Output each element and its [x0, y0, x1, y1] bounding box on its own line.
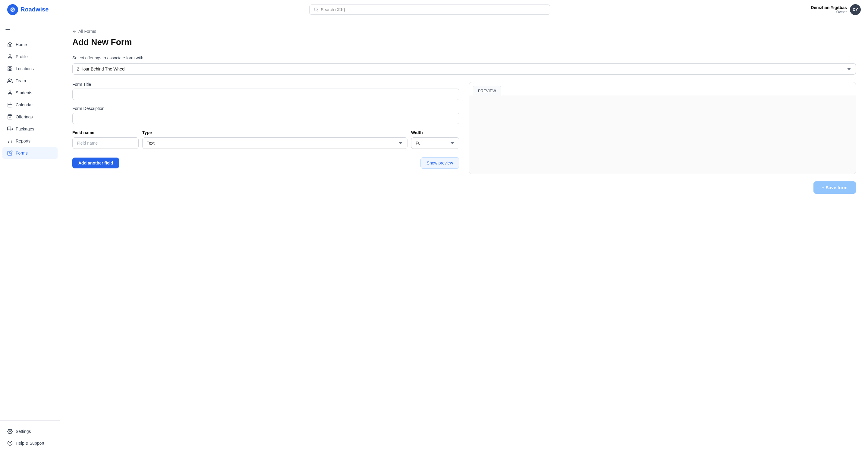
sidebar-label-settings: Settings — [16, 429, 31, 434]
sidebar-item-help[interactable]: Help & Support — [2, 437, 58, 449]
preview-panel: PREVIEW — [469, 82, 856, 174]
svg-point-5 — [9, 55, 11, 56]
sidebar-label-home: Home — [16, 42, 27, 47]
field-width-header: Width — [411, 130, 459, 135]
sidebar-label-calendar: Calendar — [16, 102, 33, 107]
roadwise-logo-svg — [10, 7, 16, 13]
sidebar-bottom: Settings Help & Support — [0, 420, 60, 449]
home-icon — [7, 42, 13, 47]
sidebar-item-reports[interactable]: Reports — [2, 135, 58, 147]
show-preview-button[interactable]: Show preview — [421, 157, 459, 169]
svg-point-19 — [11, 130, 12, 131]
form-title-field: Form Title — [72, 82, 459, 100]
back-link[interactable]: All Forms — [72, 29, 856, 34]
svg-rect-17 — [7, 127, 11, 130]
svg-point-18 — [8, 130, 9, 131]
packages-icon — [7, 126, 13, 132]
user-role: Owner — [811, 10, 847, 14]
user-info: Denizhan Yigitbas Owner DY — [811, 4, 861, 15]
sidebar-label-locations: Locations — [16, 66, 34, 71]
form-left: Form Title Form Description Field name T… — [72, 82, 459, 174]
settings-icon — [7, 429, 13, 434]
form-grid: Form Title Form Description Field name T… — [72, 82, 856, 174]
form-description-input[interactable] — [72, 113, 459, 124]
sidebar-label-profile: Profile — [16, 54, 28, 59]
field-type-header: Type — [142, 130, 407, 135]
form-title-input[interactable] — [72, 89, 459, 100]
back-label: All Forms — [79, 29, 96, 34]
sidebar-item-home[interactable]: Home — [2, 39, 58, 50]
sidebar-item-profile[interactable]: Profile — [2, 51, 58, 62]
action-row: Add another field Show preview — [72, 157, 459, 169]
preview-body — [469, 96, 856, 174]
sidebar-item-calendar[interactable]: Calendar — [2, 99, 58, 110]
logo-icon — [7, 4, 18, 15]
svg-rect-8 — [8, 69, 9, 71]
logo: Roadwise — [7, 4, 49, 15]
form-description-label: Form Description — [72, 106, 459, 111]
sidebar-item-locations[interactable]: Locations — [2, 63, 58, 74]
sidebar: Home Profile Locations Team — [0, 19, 60, 454]
field-row-section: Field name Type Width Text Full — [72, 130, 459, 149]
reports-icon — [7, 138, 13, 144]
topbar: Roadwise Denizhan Yigitbas Owner DY — [0, 0, 868, 19]
field-row: Text Full — [72, 137, 459, 149]
form-title-label: Form Title — [72, 82, 459, 87]
sidebar-item-team[interactable]: Team — [2, 75, 58, 87]
back-arrow-icon — [72, 29, 76, 33]
page-title: Add New Form — [72, 37, 856, 47]
sidebar-item-packages[interactable]: Packages — [2, 123, 58, 135]
preview-tab: PREVIEW — [473, 86, 501, 96]
logo-text: Roadwise — [21, 6, 49, 13]
search-bar[interactable] — [309, 4, 550, 15]
svg-point-23 — [9, 431, 11, 432]
help-icon — [7, 441, 13, 446]
sidebar-label-forms: Forms — [16, 151, 28, 156]
field-width-select[interactable]: Full — [411, 137, 459, 149]
content-area: All Forms Add New Form Select offerings … — [60, 19, 868, 454]
sidebar-label-students: Students — [16, 90, 32, 95]
add-another-field-button[interactable]: Add another field — [72, 158, 119, 168]
svg-point-1 — [314, 8, 317, 11]
locations-icon — [7, 66, 13, 71]
offering-select[interactable]: 2 Hour Behind The Wheel — [72, 63, 856, 75]
offering-label: Select offerings to associate form with — [72, 56, 856, 60]
search-input[interactable] — [321, 7, 546, 12]
svg-rect-6 — [8, 67, 9, 68]
svg-rect-9 — [10, 69, 12, 71]
sidebar-item-students[interactable]: Students — [2, 87, 58, 98]
field-type-select[interactable]: Text — [142, 137, 407, 149]
calendar-icon — [7, 102, 13, 107]
user-details: Denizhan Yigitbas Owner — [811, 5, 847, 14]
forms-icon — [7, 150, 13, 156]
user-name: Denizhan Yigitbas — [811, 5, 847, 10]
sidebar-label-offerings: Offerings — [16, 115, 33, 119]
sidebar-item-offerings[interactable]: Offerings — [2, 111, 58, 123]
main-layout: Home Profile Locations Team — [0, 19, 868, 454]
svg-rect-12 — [8, 103, 12, 107]
profile-icon — [7, 54, 13, 59]
form-description-field: Form Description — [72, 106, 459, 124]
sidebar-item-forms[interactable]: Forms — [2, 147, 58, 159]
avatar: DY — [850, 4, 861, 15]
sidebar-label-team: Team — [16, 78, 26, 83]
svg-rect-7 — [10, 67, 12, 68]
sidebar-toggle[interactable] — [0, 24, 60, 36]
team-icon — [7, 78, 13, 84]
sidebar-label-packages: Packages — [16, 127, 34, 131]
save-btn-container: + Save form — [72, 181, 856, 194]
field-name-header: Field name — [72, 130, 138, 135]
field-row-header: Field name Type Width — [72, 130, 459, 135]
sidebar-item-settings[interactable]: Settings — [2, 426, 58, 437]
students-icon — [7, 90, 13, 96]
sidebar-label-reports: Reports — [16, 138, 30, 143]
offerings-icon — [7, 114, 13, 120]
search-icon — [314, 7, 318, 12]
svg-point-11 — [9, 91, 11, 93]
save-form-button[interactable]: + Save form — [813, 181, 856, 194]
field-name-input[interactable] — [72, 137, 138, 149]
sidebar-label-help: Help & Support — [16, 441, 44, 446]
svg-point-10 — [8, 78, 10, 80]
menu-icon — [5, 27, 11, 33]
